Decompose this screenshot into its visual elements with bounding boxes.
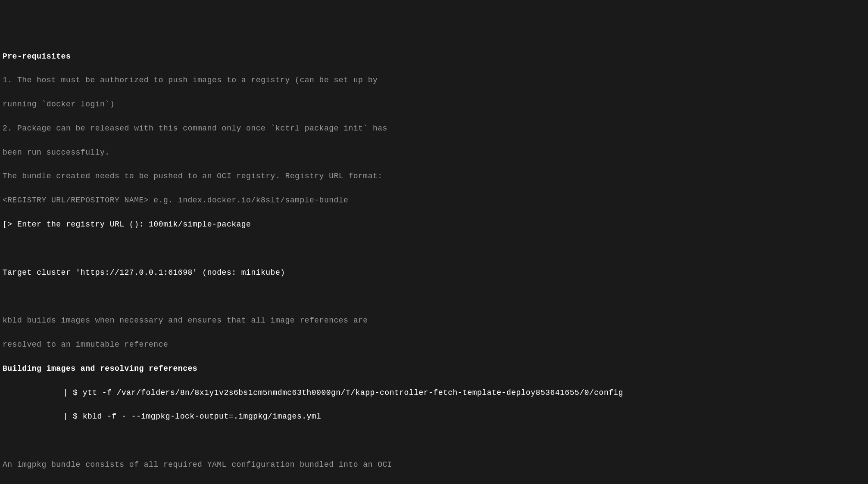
kbld-desc-line1: kbld builds images when necessary and en… xyxy=(3,315,865,327)
imgpkg-desc-line1: An imgpkg bundle consists of all require… xyxy=(3,459,865,471)
prereq-item2-line2: been run successfully. xyxy=(3,147,865,159)
bundle-desc-line2: <REGISTRY_URL/REPOSITORY_NAME> e.g. inde… xyxy=(3,195,865,207)
building-heading: Building images and resolving references xyxy=(3,363,865,375)
target-cluster: Target cluster 'https://127.0.0.1:61698'… xyxy=(3,267,865,279)
ytt-command: | $ ytt -f /var/folders/8n/8x1y1v2s6bs1c… xyxy=(3,387,865,399)
prereq-item2-line1: 2. Package can be released with this com… xyxy=(3,123,865,135)
kbld-command: | $ kbld -f - --imgpkg-lock-output=.imgp… xyxy=(3,411,865,423)
prereq-heading: Pre-requisites xyxy=(3,51,865,63)
registry-url-prompt[interactable]: [> Enter the registry URL (): 100mik/sim… xyxy=(3,219,865,231)
kbld-desc-line2: resolved to an immutable reference xyxy=(3,339,865,351)
prereq-item1-line2: running `docker login`) xyxy=(3,99,865,111)
prereq-item1-line1: 1. The host must be authorized to push i… xyxy=(3,74,865,87)
bundle-desc-line1: The bundle created needs to be pushed to… xyxy=(3,171,865,183)
